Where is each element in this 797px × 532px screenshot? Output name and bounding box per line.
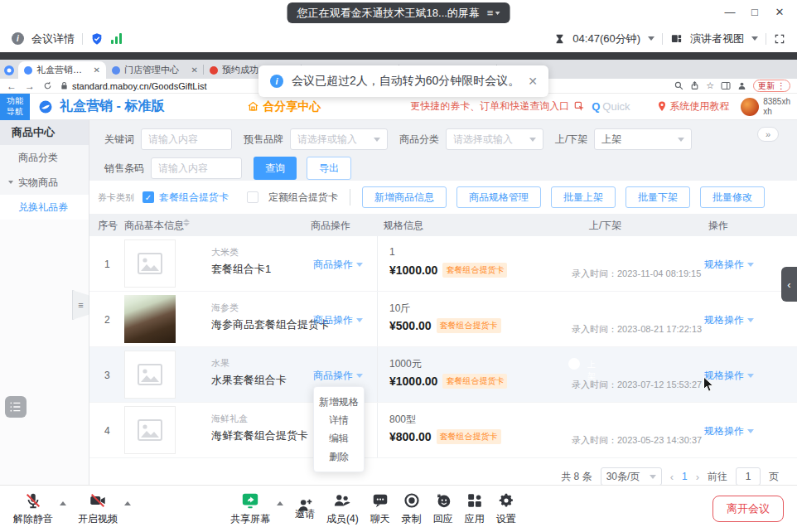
fullscreen-icon[interactable]	[774, 33, 785, 45]
mic-options-caret[interactable]	[60, 501, 66, 505]
network-signal-icon[interactable]	[111, 33, 122, 44]
video-options-caret[interactable]	[124, 501, 131, 505]
card-type-label: 券卡类别	[98, 191, 134, 204]
checkbox-combo-card-checked[interactable]: ✓	[142, 191, 154, 203]
spec-op-dropdown[interactable]: 规格操作	[704, 258, 754, 272]
card-tag: 套餐组合提货卡	[437, 429, 501, 444]
chat-button[interactable]: 聊天	[370, 491, 390, 526]
search-button[interactable]: 查询	[254, 157, 297, 180]
keyword-input[interactable]	[141, 128, 232, 150]
side-panel-icon[interactable]	[721, 81, 731, 90]
browser-update-button[interactable]: 更新⋮	[753, 80, 790, 92]
tab-title: 门店管理中心	[124, 64, 187, 76]
prev-page-icon[interactable]: ‹	[670, 471, 674, 483]
record-button[interactable]: 录制	[402, 491, 422, 526]
forward-icon[interactable]: →	[25, 81, 35, 91]
category-select[interactable]: 请选择或输入	[446, 128, 543, 150]
goods-op-menu: 新增规格 详情 编辑 删除	[313, 386, 365, 472]
browser-logo-icon[interactable]	[3, 65, 15, 76]
spec-op-dropdown[interactable]: 规格操作	[704, 424, 754, 438]
export-button[interactable]: 导出	[307, 157, 351, 180]
view-mode-button[interactable]: 演讲者视图	[690, 31, 744, 46]
share-icon[interactable]	[690, 81, 699, 90]
sort-icon[interactable]	[183, 219, 190, 226]
maximize-icon[interactable]: □	[742, 2, 767, 22]
members-button[interactable]: 成员(4)	[326, 491, 359, 526]
back-icon[interactable]: ←	[7, 81, 17, 91]
tab-gift-admin[interactable]: 礼盒营销平台管理中心 ✕	[18, 61, 106, 79]
share-center-link[interactable]: 合分享中心	[247, 99, 321, 114]
leave-meeting-button[interactable]: 离开会议	[712, 496, 784, 522]
apps-icon	[466, 491, 484, 510]
invite-button[interactable]: 邀请	[295, 496, 315, 521]
zoom-icon[interactable]	[674, 81, 683, 90]
banner-menu-icon[interactable]: ≡	[487, 7, 500, 19]
tab-close-icon[interactable]: ✕	[94, 65, 100, 75]
sidebar-item-exchange-voucher[interactable]: 兑换礼品券	[0, 195, 89, 220]
product-image-placeholder	[124, 406, 176, 454]
tutorial-link[interactable]: 系统使用教程	[657, 99, 729, 114]
meeting-details-button[interactable]: 会议详情	[31, 31, 75, 46]
header-updown: 上/下架	[589, 219, 621, 233]
close-icon[interactable]: ✕	[528, 75, 538, 88]
floating-list-button[interactable]	[5, 396, 27, 418]
current-page[interactable]: 1	[682, 471, 688, 482]
batch-off-button[interactable]: 批量下架	[626, 186, 690, 208]
user-chip[interactable]: 8385xh xh	[741, 97, 790, 116]
unmute-button[interactable]: 解除静音	[13, 491, 53, 526]
url-field[interactable]: standard.maboy.cn/GoodsGiftList	[60, 81, 206, 91]
goods-op-dropdown-open[interactable]: 商品操作	[313, 369, 363, 383]
product-image-placeholder	[124, 351, 176, 399]
timer-caret-icon[interactable]	[648, 36, 655, 41]
tab-store-admin[interactable]: 门店管理中心 ✕	[106, 61, 204, 79]
security-shield-icon[interactable]	[90, 32, 104, 46]
profile-icon[interactable]	[737, 81, 746, 90]
chevron-down-icon	[747, 263, 754, 267]
share-screen-button[interactable]: 共享屏幕	[230, 491, 270, 526]
spec-manage-button[interactable]: 商品规格管理	[456, 186, 541, 208]
bookmark-star-icon[interactable]: ☆	[706, 80, 714, 91]
spec-op-dropdown[interactable]: 规格操作	[704, 313, 754, 327]
tab-close-icon[interactable]: ✕	[191, 65, 198, 75]
sidebar-item-goods-category[interactable]: 商品分类	[0, 145, 89, 170]
batch-edit-button[interactable]: 批量修改	[700, 186, 765, 208]
meeting-timer[interactable]: 04:47(60分钟)	[572, 31, 640, 46]
batch-on-button[interactable]: 批量上架	[551, 186, 616, 208]
menu-item-edit[interactable]: 编辑	[314, 429, 364, 447]
apps-button[interactable]: 应用	[465, 491, 485, 526]
brand-select[interactable]: 请选择或输入	[290, 128, 388, 150]
menu-item-add-spec[interactable]: 新增规格	[314, 393, 364, 411]
barcode-input[interactable]	[151, 157, 242, 179]
settings-button[interactable]: 设置	[496, 491, 516, 526]
right-panel-handle[interactable]: ‹	[781, 267, 797, 302]
menu-item-details[interactable]: 详情	[314, 411, 364, 429]
updown-select[interactable]: 上架	[594, 128, 692, 150]
goods-op-dropdown[interactable]: 商品操作	[313, 258, 363, 272]
function-nav-button[interactable]: 功能导航	[0, 94, 30, 120]
next-page-icon[interactable]: ›	[696, 471, 699, 483]
add-goods-button[interactable]: 新增商品信息	[362, 186, 447, 208]
price: ¥1000.00	[389, 264, 437, 277]
share-options-caret[interactable]	[277, 501, 283, 505]
sidebar-group-goods-center[interactable]: 商品中心	[0, 120, 89, 145]
watching-banner[interactable]: 您正在观看金禾通技术王斌18...的屏幕 ≡	[287, 2, 510, 23]
url-text: standard.maboy.cn/GoodsGiftList	[72, 81, 206, 91]
members-icon	[332, 491, 352, 510]
goto-page-input[interactable]	[736, 467, 761, 486]
checkbox-fixed-card[interactable]	[247, 191, 258, 203]
reload-icon[interactable]	[43, 81, 52, 90]
menu-item-delete[interactable]: 删除	[314, 447, 364, 466]
sidebar-item-physical-goods[interactable]: 实物商品	[0, 170, 89, 195]
page-size-select[interactable]: 30条/页	[601, 467, 662, 486]
start-video-button[interactable]: 开启视频	[78, 491, 118, 526]
expand-filters-button[interactable]: »	[757, 127, 779, 142]
view-caret-icon[interactable]	[751, 36, 758, 41]
close-icon[interactable]: ✕	[767, 2, 792, 22]
chat-icon	[371, 491, 389, 510]
minimize-icon[interactable]: —	[717, 2, 742, 22]
combo-card-label: 套餐组合提货卡	[159, 191, 229, 205]
quick-search-link[interactable]: Q Quick	[592, 100, 630, 113]
reaction-button[interactable]: 回应	[433, 491, 453, 526]
chevron-down-icon	[747, 318, 754, 322]
goods-op-dropdown[interactable]: 商品操作	[313, 313, 363, 327]
